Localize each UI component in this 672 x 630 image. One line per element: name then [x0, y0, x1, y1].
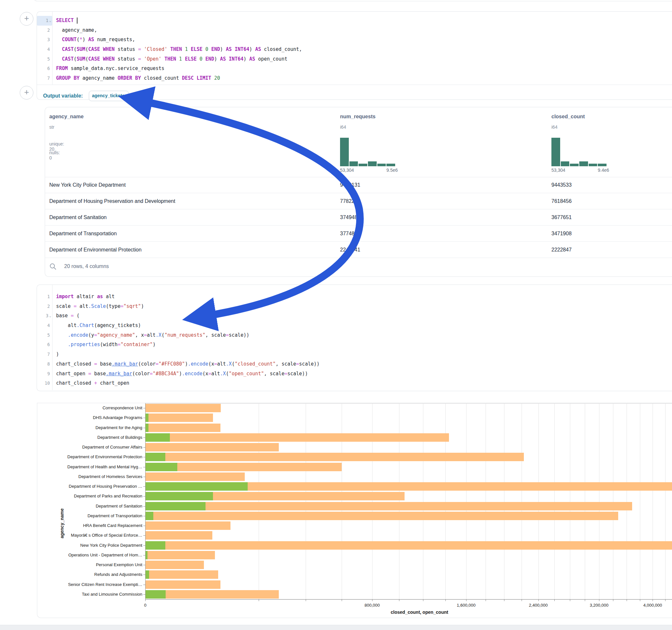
x-axis-line	[145, 599, 672, 600]
x-axis-tick	[466, 599, 466, 601]
table-cell: 7618456	[551, 193, 572, 209]
python-line[interactable]: 10chart_closed + chart_open	[37, 379, 672, 388]
table-cell: New York City Police Department	[49, 177, 126, 193]
python-line[interactable]: 9chart_open = base.mark_bar(color="#8BC3…	[37, 369, 672, 379]
gridline	[522, 403, 522, 599]
y-axis-tick	[143, 428, 145, 428]
y-axis-label: Senior Citizen Rent Increase Exempti…	[37, 582, 142, 587]
bar-closed-count	[146, 541, 672, 550]
python-line[interactable]: 7)	[37, 350, 672, 359]
bar-chart: Correspondence UnitDHS Advantage Program…	[37, 403, 672, 618]
gridline	[259, 403, 259, 599]
y-axis-tick	[143, 457, 145, 457]
search-icon[interactable]	[50, 263, 56, 271]
python-line[interactable]: 3⌄base = (	[37, 311, 672, 321]
add-cell-button-top[interactable]: +	[20, 12, 33, 26]
x-axis-tick-label: 3,200,000	[590, 603, 608, 608]
y-axis-label: Taxi and Limousine Commission	[37, 592, 142, 597]
y-axis-tick	[143, 546, 145, 546]
column-type: str	[49, 124, 54, 130]
bar-closed-count	[146, 551, 215, 559]
y-axis-tick	[143, 535, 145, 536]
python-line[interactable]: 8chart_closed = base.mark_bar(color="#FF…	[37, 359, 672, 369]
code-text: GROUP BY agency_name ORDER BY closed_cou…	[52, 74, 220, 83]
bar-closed-count	[146, 571, 218, 579]
output-variable-pill[interactable]: agency_tickets	[89, 91, 129, 101]
code-text: .encode(y="agency_name", x=alt.X("num_re…	[52, 331, 249, 340]
code-text: CAST(SUM(CASE WHEN status = 'Open' THEN …	[52, 54, 287, 64]
code-text: chart_closed + chart_open	[52, 379, 129, 388]
python-line[interactable]: 2scale = alt.Scale(type="sqrt")	[37, 302, 672, 311]
gridline	[665, 403, 666, 599]
gridline	[342, 403, 342, 599]
x-axis-title: closed_count, open_count	[391, 610, 448, 615]
python-code-editor[interactable]: 1import altair as alt2scale = alt.Scale(…	[37, 285, 672, 391]
sql-line[interactable]: 5 CAST(SUM(CASE WHEN status = 'Open' THE…	[37, 54, 672, 64]
bar-open-count	[146, 423, 148, 432]
y-axis-line	[145, 403, 146, 599]
sql-cell: 1⌄SELECT 2 agency_name,3 COUNT(*) AS num…	[37, 11, 672, 100]
code-text: base = (	[52, 311, 79, 321]
table-cell: Department of Transportation	[49, 225, 117, 241]
y-axis-label: Mayorâ€ s Office of Special Enforce…	[37, 533, 142, 538]
bar-open-count	[146, 512, 153, 520]
gridline	[652, 403, 653, 599]
bar-open-count	[146, 541, 165, 550]
y-axis-tick	[143, 526, 145, 526]
x-axis-tick-label: 2,400,000	[529, 603, 548, 608]
bar-closed-count	[146, 531, 212, 539]
previous-cell-bottom-edge	[33, 0, 672, 1]
y-axis-tick	[143, 506, 145, 507]
gridline	[613, 403, 613, 599]
bar-closed-count	[146, 580, 220, 589]
y-axis-label: Department of Transportation	[37, 513, 142, 518]
x-axis-tick	[652, 599, 653, 601]
sql-code-editor[interactable]: 1⌄SELECT 2 agency_name,3 COUNT(*) AS num…	[37, 12, 672, 85]
column-name: closed_count	[551, 114, 585, 120]
gridline	[570, 403, 570, 599]
histogram-range-labels: 53,3049.5e6	[340, 168, 398, 173]
y-axis-tick	[143, 486, 145, 487]
y-axis-label: Correspondence Unit	[37, 406, 142, 410]
gridline	[423, 403, 423, 599]
python-line[interactable]: 1import altair as alt	[37, 292, 672, 302]
y-axis-tick	[143, 575, 145, 575]
gridline	[306, 403, 306, 599]
table-row[interactable]: Department of Environmental Protection22…	[45, 242, 672, 258]
add-cell-button-output[interactable]: +	[20, 86, 33, 99]
sql-line[interactable]: 1⌄SELECT	[37, 16, 672, 26]
column-histogram	[551, 138, 606, 166]
x-axis-tick	[372, 599, 373, 601]
y-axis-tick	[143, 437, 145, 438]
python-line[interactable]: 5 .encode(y="agency_name", x=alt.X("num_…	[37, 331, 672, 340]
sql-line[interactable]: 3 COUNT(*) AS num_requests,	[37, 35, 672, 45]
table-row[interactable]: Department of Sanitation37494853677651	[45, 209, 672, 225]
gridline	[446, 403, 446, 599]
bar-closed-count	[146, 423, 220, 432]
sql-line[interactable]: 2 agency_name,	[37, 26, 672, 35]
sql-line[interactable]: 7GROUP BY agency_name ORDER BY closed_co…	[37, 74, 672, 83]
gridline	[554, 403, 555, 599]
code-text: alt.Chart(agency_tickets)	[52, 321, 141, 331]
bar-closed-count	[146, 413, 213, 422]
y-axis-title: agency_name	[59, 508, 65, 538]
y-axis-label: Refunds and Adjustments	[37, 572, 142, 577]
code-text: import altair as alt	[52, 292, 115, 302]
y-axis-tick	[143, 585, 145, 585]
table-row[interactable]: Department of Transportation377489234719…	[45, 225, 672, 242]
bar-open-count	[146, 463, 177, 471]
y-axis-label: Department of Consumer Affairs	[37, 445, 142, 450]
histogram-range-labels: 53,3049.4e6	[551, 168, 609, 173]
sql-line[interactable]: 4 CAST(SUM(CASE WHEN status = 'Closed' T…	[37, 45, 672, 54]
table-row[interactable]: New York City Police Department945313194…	[45, 177, 672, 193]
bar-open-count	[146, 590, 166, 599]
table-row[interactable]: Department of Housing Preservation and D…	[45, 193, 672, 209]
column-name: agency_name	[49, 114, 83, 120]
x-axis-tick-label: 1,600,000	[457, 603, 476, 608]
output-variable-row: Output variable: agency_tickets	[43, 89, 672, 103]
column-name: num_requests	[340, 114, 376, 120]
python-line[interactable]: 4 alt.Chart(agency_tickets)	[37, 321, 672, 331]
y-axis-label: Personal Exemption Unit	[37, 562, 142, 567]
sql-line[interactable]: 6FROM sample_data.nyc.service_requests	[37, 64, 672, 74]
python-line[interactable]: 6 .properties(width="container")	[37, 340, 672, 350]
